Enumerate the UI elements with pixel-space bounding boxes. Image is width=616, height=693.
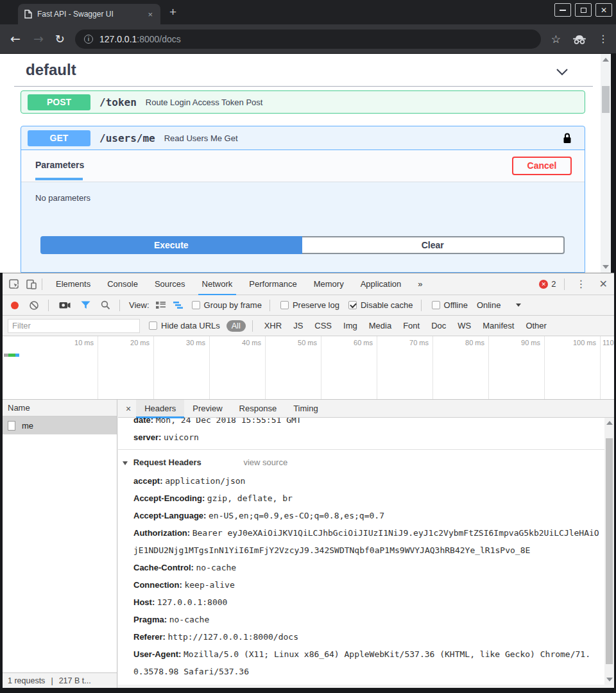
auth-lock-icon[interactable] (563, 132, 572, 144)
filter-type-xhr[interactable]: XHR (264, 321, 282, 330)
tab-performance[interactable]: Performance (241, 273, 305, 295)
request-waterfall-bar[interactable] (4, 354, 19, 357)
filter-type-media[interactable]: Media (369, 321, 391, 330)
header-line: Accept-Encoding: gzip, deflate, br (118, 490, 604, 507)
browser-toolbar: ← → ↻ i 127.0.0.1:8000/docs ☆ ⋮ (0, 24, 616, 54)
collapse-twister-icon[interactable] (123, 461, 128, 465)
filter-funnel-icon[interactable] (81, 301, 90, 309)
window-minimize-button[interactable] (554, 3, 571, 17)
detail-scrollbar[interactable] (604, 418, 614, 685)
tab-elements[interactable]: Elements (47, 273, 99, 295)
window-maximize-button[interactable] (575, 3, 592, 17)
requests-panel: Name me 1 requests | 217 B t... (3, 400, 117, 689)
more-tabs-button[interactable]: » (409, 273, 431, 295)
tab-network[interactable]: Network (194, 273, 241, 295)
transferred-size: 217 B t... (59, 676, 91, 685)
filter-type-other[interactable]: Other (526, 321, 547, 330)
offline-checkbox[interactable] (432, 301, 440, 309)
tab-console[interactable]: Console (99, 273, 146, 295)
request-row-me[interactable]: me (3, 416, 117, 434)
page-scrollbar[interactable] (601, 54, 611, 273)
header-line: Referer: http://127.0.0.1:8000/docs (118, 628, 604, 646)
section-divider (14, 86, 593, 87)
scroll-down-arrow-icon[interactable] (603, 265, 609, 269)
document-file-icon (8, 421, 15, 431)
filter-input[interactable] (8, 319, 140, 333)
browser-menu-icon[interactable]: ⋮ (598, 33, 608, 45)
filter-type-manifest[interactable]: Manifest (483, 321, 514, 330)
detail-tab-response[interactable]: Response (231, 400, 286, 418)
endpoint-summary: Read Users Me Get (164, 133, 238, 143)
scroll-up-arrow-icon[interactable] (606, 421, 613, 425)
endpoint-post-token[interactable]: POST /token Route Login Access Token Pos… (21, 90, 585, 114)
site-info-icon[interactable]: i (84, 35, 93, 44)
devtools-menu-icon[interactable]: ⋮ (570, 278, 593, 290)
filter-type-font[interactable]: Font (403, 321, 420, 330)
name-column-header[interactable]: Name (3, 400, 117, 416)
address-bar[interactable]: i 127.0.0.1:8000/docs (75, 30, 541, 49)
cancel-button[interactable]: Cancel (512, 157, 572, 175)
header-line: Pragma: no-cache (118, 611, 604, 628)
tab-close-icon[interactable]: × (146, 10, 154, 19)
tab-application[interactable]: Application (352, 273, 410, 295)
filter-type-css[interactable]: CSS (314, 321, 332, 330)
throttling-dropdown[interactable]: Online (477, 300, 501, 310)
tab-memory[interactable]: Memory (305, 273, 352, 295)
filter-type-all[interactable]: All (227, 320, 246, 332)
divider (270, 300, 270, 311)
tab-strip: Fast API - Swagger UI × + ✕ (0, 0, 616, 24)
header-line: User-Agent: Mozilla/5.0 (X11; Linux x86_… (118, 646, 604, 680)
requests-count: 1 requests (8, 676, 45, 685)
headers-list: date: Mon, 24 Dec 2018 15:55:51 GMT serv… (118, 418, 604, 685)
back-button[interactable]: ← (10, 33, 21, 45)
clear-button[interactable]: Clear (302, 236, 565, 254)
devtools-close-icon[interactable]: ✕ (593, 278, 614, 290)
section-collapse-chevron-icon[interactable] (556, 67, 569, 78)
detail-tab-headers[interactable]: Headers (136, 400, 184, 418)
execute-button[interactable]: Execute (40, 236, 302, 254)
scroll-down-arrow-icon[interactable] (606, 678, 613, 681)
clear-requests-icon[interactable] (29, 300, 39, 311)
record-button[interactable] (11, 302, 19, 309)
tab-sources[interactable]: Sources (146, 273, 194, 295)
reload-button[interactable]: ↻ (55, 33, 65, 45)
hide-data-urls-checkbox[interactable] (149, 321, 157, 330)
divider (42, 278, 42, 290)
timeline-tick: 30 ms (154, 339, 205, 346)
browser-tab[interactable]: Fast API - Swagger UI × (18, 4, 160, 24)
bookmark-star-icon[interactable]: ☆ (551, 33, 561, 46)
headers-pane: date: Mon, 24 Dec 2018 15:55:51 GMT serv… (118, 418, 614, 685)
filter-type-ws[interactable]: WS (458, 321, 471, 330)
divider (421, 300, 422, 311)
window-close-button[interactable]: ✕ (595, 3, 612, 17)
error-badge-icon[interactable]: ✕ (539, 280, 548, 289)
forward-button[interactable]: → (33, 33, 44, 45)
search-icon[interactable] (101, 300, 110, 310)
new-tab-button[interactable]: + (169, 5, 176, 19)
endpoint-header[interactable]: GET /users/me Read Users Me Get (21, 126, 585, 150)
view-source-link[interactable]: view source (243, 458, 287, 467)
endpoint-path: /token (99, 96, 137, 108)
detail-tab-timing[interactable]: Timing (285, 400, 327, 418)
page-scrollbar-thumb[interactable] (602, 86, 610, 113)
group-by-frame-checkbox[interactable] (192, 301, 200, 309)
offline-label: Offline (444, 300, 468, 310)
scroll-up-arrow-icon[interactable] (603, 58, 609, 62)
capture-screenshots-icon[interactable] (59, 301, 71, 309)
close-detail-icon[interactable]: × (126, 404, 131, 414)
endpoint-summary: Route Login Access Token Post (146, 98, 263, 107)
show-overview-icon[interactable] (173, 301, 183, 309)
inspect-element-icon[interactable] (9, 279, 20, 289)
tab-parameters[interactable]: Parameters (35, 160, 84, 170)
filter-type-js[interactable]: JS (293, 321, 303, 330)
network-overview-timeline[interactable]: 10 ms 20 ms 30 ms 40 ms 50 ms 60 ms 70 m… (3, 336, 614, 400)
detail-scrollbar-thumb[interactable] (606, 438, 613, 664)
dropdown-arrow-icon[interactable] (516, 304, 521, 307)
disable-cache-checkbox[interactable] (348, 301, 357, 309)
filter-type-img[interactable]: Img (343, 321, 357, 330)
view-large-rows-icon[interactable] (156, 301, 166, 309)
filter-type-doc[interactable]: Doc (431, 321, 446, 330)
preserve-log-checkbox[interactable] (280, 301, 289, 309)
device-toolbar-icon[interactable] (26, 279, 37, 289)
detail-tab-preview[interactable]: Preview (184, 400, 230, 418)
